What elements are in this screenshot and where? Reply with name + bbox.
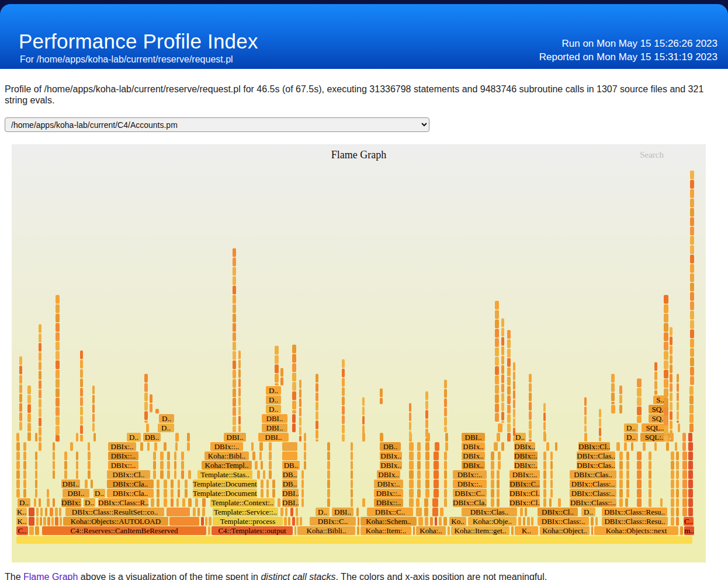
flame-frame-small[interactable] bbox=[637, 480, 642, 488]
flame-frame-small[interactable] bbox=[664, 351, 668, 360]
flame-frame[interactable]: DBI.. bbox=[262, 423, 287, 432]
flame-frame-small[interactable] bbox=[292, 401, 296, 409]
flame-frame[interactable]: DBIx::.. bbox=[453, 470, 487, 479]
flame-frame[interactable]: DBIx::.. bbox=[374, 489, 403, 498]
flame-frame-small[interactable] bbox=[23, 470, 26, 479]
flame-frame-small[interactable] bbox=[637, 470, 642, 479]
flame-frame-small[interactable] bbox=[507, 367, 511, 376]
flame-frame-small[interactable] bbox=[27, 432, 31, 441]
flame-frame-small[interactable] bbox=[417, 461, 421, 470]
flame-frame-small[interactable] bbox=[255, 461, 258, 470]
flame-frame-small[interactable] bbox=[543, 498, 546, 507]
flame-frame-small[interactable] bbox=[93, 433, 96, 442]
flame-frame-small[interactable] bbox=[495, 385, 499, 394]
flame-frame-small[interactable] bbox=[285, 508, 287, 516]
flame-frame-small[interactable] bbox=[670, 383, 672, 392]
flame-frame-small[interactable] bbox=[495, 357, 499, 366]
flame-frame-small[interactable] bbox=[144, 421, 148, 423]
flame-frame[interactable]: DBIx::Clas.. bbox=[462, 508, 517, 516]
flame-frame-small[interactable] bbox=[676, 498, 679, 507]
flame-frame-small[interactable] bbox=[47, 517, 50, 526]
flame-frame-small[interactable] bbox=[294, 526, 296, 535]
flame-frame[interactable]: DBI.. bbox=[282, 498, 299, 507]
flame-frame-small[interactable] bbox=[202, 508, 205, 516]
flame-frame-small[interactable] bbox=[409, 470, 414, 479]
flame-frame-small[interactable] bbox=[19, 412, 22, 421]
flame-frame-small[interactable] bbox=[233, 360, 236, 369]
flame-frame[interactable]: DBIx::Class::Resu.. bbox=[602, 508, 667, 516]
flame-frame-small[interactable] bbox=[39, 352, 41, 361]
flame-frame-small[interactable] bbox=[342, 425, 345, 433]
flame-frame-small[interactable] bbox=[164, 442, 167, 451]
flame-frame-small[interactable] bbox=[280, 508, 283, 516]
flame-frame[interactable]: DBIx::Clas.. bbox=[577, 452, 615, 460]
flame-frame-small[interactable] bbox=[171, 498, 174, 507]
flame-frame-small[interactable] bbox=[440, 508, 443, 516]
flame-frame[interactable]: D.. bbox=[624, 423, 638, 432]
flame-frame-small[interactable] bbox=[690, 357, 694, 366]
flame-frame-small[interactable] bbox=[682, 433, 686, 442]
flame-frame-small[interactable] bbox=[299, 389, 301, 398]
flame-frame-small[interactable] bbox=[157, 498, 160, 507]
flame-frame-small[interactable] bbox=[35, 470, 37, 479]
flame-frame-small[interactable] bbox=[425, 461, 429, 470]
flame-frame-small[interactable] bbox=[507, 339, 511, 348]
flame-frame-small[interactable] bbox=[233, 342, 236, 350]
flame-frame-small[interactable] bbox=[424, 508, 428, 516]
flame-frame-small[interactable] bbox=[599, 418, 601, 427]
flame-frame-small[interactable] bbox=[495, 329, 499, 338]
flame-frame[interactable]: DBIx::Cl.. bbox=[538, 508, 578, 516]
flame-frame-small[interactable] bbox=[34, 498, 36, 507]
flame-frame-small[interactable] bbox=[409, 489, 414, 498]
flame-frame-small[interactable] bbox=[670, 393, 672, 401]
flame-frame[interactable]: D.. bbox=[316, 508, 330, 516]
flame-frame-small[interactable] bbox=[495, 301, 499, 310]
flame-frame-small[interactable] bbox=[543, 431, 546, 440]
flame-frame-small[interactable] bbox=[238, 397, 241, 406]
flame-frame-small[interactable] bbox=[670, 346, 672, 355]
flame-frame-small[interactable] bbox=[233, 351, 236, 360]
flame-frame-small[interactable] bbox=[92, 414, 95, 422]
flame-frame-small[interactable] bbox=[59, 508, 61, 516]
flame-frame-small[interactable] bbox=[409, 431, 411, 440]
flame-frame-small[interactable] bbox=[146, 423, 149, 432]
flame-frame-small[interactable] bbox=[342, 406, 345, 415]
flame-frame-small[interactable] bbox=[299, 417, 301, 426]
flame-frame-small[interactable] bbox=[670, 336, 672, 345]
flame-frame-small[interactable] bbox=[671, 508, 674, 516]
flame-frame-small[interactable] bbox=[167, 461, 170, 470]
flame-frame-small[interactable] bbox=[501, 328, 504, 336]
flame-frame-small[interactable] bbox=[316, 393, 318, 401]
flame-frame-small[interactable] bbox=[671, 517, 674, 526]
flame-frame[interactable]: DBIx::C.. bbox=[367, 508, 413, 516]
flame-frame-small[interactable] bbox=[445, 433, 448, 442]
flame-frame-small[interactable] bbox=[670, 327, 672, 336]
flame-frame-small[interactable] bbox=[147, 442, 150, 451]
flame-frame[interactable]: DBIx::Cla.. bbox=[453, 498, 487, 507]
flame-frame-small[interactable] bbox=[187, 442, 190, 451]
flame-frame-small[interactable] bbox=[351, 489, 353, 498]
flame-frame-small[interactable] bbox=[543, 470, 546, 479]
flame-frame-small[interactable] bbox=[690, 208, 694, 217]
flame-frame[interactable]: DBIx::Cl.. bbox=[578, 442, 610, 451]
flame-frame-small[interactable] bbox=[176, 498, 179, 507]
flame-frame-small[interactable] bbox=[304, 452, 306, 460]
flame-frame-small[interactable] bbox=[439, 517, 442, 526]
flame-frame-small[interactable] bbox=[682, 470, 687, 479]
flame-frame-small[interactable] bbox=[690, 180, 694, 189]
flame-frame-small[interactable] bbox=[16, 536, 692, 544]
flame-frame[interactable]: Template::Context:.. bbox=[210, 498, 275, 507]
flame-frame-small[interactable] bbox=[425, 517, 428, 526]
flame-frame-small[interactable] bbox=[153, 461, 156, 470]
flame-frame[interactable]: Koha::Obje.. bbox=[468, 517, 516, 526]
flame-frame-small[interactable] bbox=[275, 374, 279, 383]
flame-frame[interactable]: K.. bbox=[515, 526, 538, 535]
flame-frame-small[interactable] bbox=[690, 301, 694, 310]
flame-frame-small[interactable] bbox=[233, 314, 236, 322]
flame-frame-small[interactable] bbox=[45, 508, 47, 516]
flame-frame-small[interactable] bbox=[637, 498, 642, 507]
flame-frame-small[interactable] bbox=[664, 388, 668, 397]
flame-frame-small[interactable] bbox=[550, 480, 553, 488]
flame-frame-small[interactable] bbox=[269, 442, 272, 451]
flame-frame-small[interactable] bbox=[417, 480, 421, 488]
